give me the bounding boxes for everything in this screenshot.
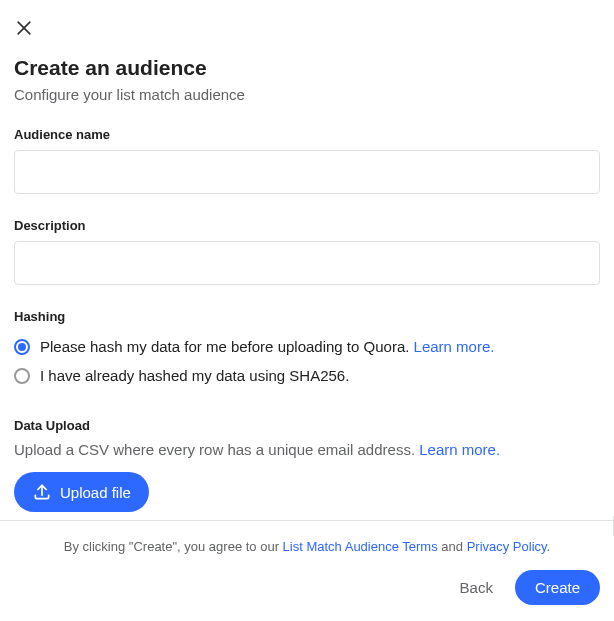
upload-icon <box>32 482 52 502</box>
description-field-group: Description <box>14 218 600 285</box>
modal-content: Create an audience Configure your list m… <box>14 18 600 512</box>
data-upload-label: Data Upload <box>14 418 600 433</box>
description-input[interactable] <box>14 241 600 285</box>
hashing-section: Hashing Please hash my data for me befor… <box>14 309 600 390</box>
create-button[interactable]: Create <box>515 570 600 605</box>
upload-button-label: Upload file <box>60 484 131 501</box>
learn-more-link[interactable]: Learn more. <box>414 338 495 355</box>
hashing-label: Hashing <box>14 309 600 324</box>
audience-name-input[interactable] <box>14 150 600 194</box>
audience-name-field-group: Audience name <box>14 127 600 194</box>
page-title: Create an audience <box>14 56 600 80</box>
hashing-option-hash-for-me[interactable]: Please hash my data for me before upload… <box>14 332 600 361</box>
back-button[interactable]: Back <box>452 571 501 604</box>
modal-footer: By clicking "Create", you agree to our L… <box>0 520 614 621</box>
terms-link[interactable]: List Match Audience Terms <box>283 539 438 554</box>
learn-more-link[interactable]: Learn more. <box>419 441 500 458</box>
page-subtitle: Configure your list match audience <box>14 86 600 103</box>
radio-label: Please hash my data for me before upload… <box>40 338 494 355</box>
footer-buttons: Back Create <box>14 570 600 605</box>
data-upload-section: Data Upload Upload a CSV where every row… <box>14 418 600 512</box>
privacy-link[interactable]: Privacy Policy <box>467 539 547 554</box>
upload-helper-text: Upload a CSV where every row has a uniqu… <box>14 441 600 458</box>
description-label: Description <box>14 218 600 233</box>
close-icon[interactable] <box>14 18 34 38</box>
create-audience-modal: Create an audience Configure your list m… <box>0 0 614 512</box>
radio-label: I have already hashed my data using SHA2… <box>40 367 349 384</box>
upload-file-button[interactable]: Upload file <box>14 472 149 512</box>
terms-text: By clicking "Create", you agree to our L… <box>14 539 600 554</box>
radio-icon <box>14 339 30 355</box>
hashing-option-already-hashed[interactable]: I have already hashed my data using SHA2… <box>14 361 600 390</box>
radio-icon <box>14 368 30 384</box>
audience-name-label: Audience name <box>14 127 600 142</box>
